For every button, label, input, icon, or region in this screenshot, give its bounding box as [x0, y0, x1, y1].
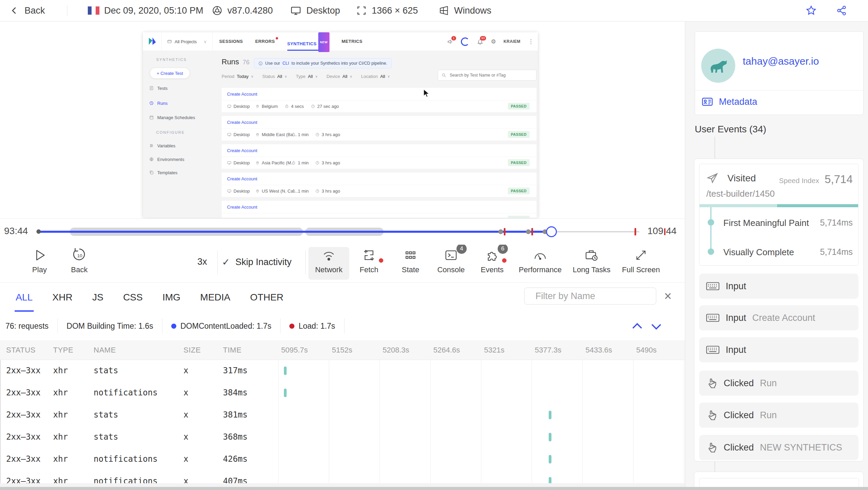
skip-inactivity-toggle[interactable]: ✓ Skip Inactivity [222, 257, 292, 268]
tab-sessions[interactable]: SESSIONS [219, 32, 243, 50]
horizontal-scrollbar-track[interactable] [0, 483, 685, 487]
create-test-button[interactable]: + Create Test [150, 68, 190, 79]
filter-device[interactable]: DeviceAll∨ [326, 74, 352, 79]
tab-img[interactable]: IMG [162, 283, 180, 312]
run-location: Middle East (Ba... [255, 129, 297, 141]
close-panel-button[interactable]: × [660, 289, 675, 304]
sidebar-item-manage-schedules[interactable]: Manage Schedules [149, 114, 195, 121]
announcements-button[interactable]: 1 [447, 38, 453, 45]
filter-by-name-box[interactable] [524, 288, 656, 305]
app-top-nav: All Projects ∨ SESSIONS ERRORS SYNTHETIC… [143, 32, 538, 51]
run-test-link[interactable]: Create Account [222, 88, 536, 100]
console-panel-button[interactable]: 4 Console [431, 247, 471, 274]
col-type[interactable]: TYPE [53, 340, 73, 360]
session-info-sidebar: tahay@asayer.io Metadata User Events (34… [685, 21, 868, 490]
share-button[interactable] [836, 0, 848, 21]
favorite-button[interactable] [805, 0, 817, 21]
run-details-row[interactable]: PASSED [222, 213, 536, 218]
timeline-handle[interactable] [546, 226, 557, 237]
visited-event-card[interactable]: Visited Speed Index 5,714 /test-builder/… [699, 164, 858, 266]
long-tasks-panel-button[interactable]: Long Tasks [568, 247, 615, 274]
svg-text:10: 10 [77, 253, 82, 258]
metadata-button[interactable]: Metadata [701, 96, 757, 108]
run-details-row[interactable]: Desktop Middle East (Ba... 1 min 3 hrs a… [222, 129, 536, 141]
filter-type[interactable]: TypeAll∨ [296, 74, 318, 79]
fetch-panel-button[interactable]: Fetch [349, 247, 389, 274]
jump-next-button[interactable] [649, 321, 664, 332]
project-selector[interactable]: All Projects ∨ [161, 32, 213, 51]
col-time[interactable]: TIME [223, 340, 242, 360]
tab-synthetics[interactable]: SYNTHETICSNEW [287, 32, 329, 51]
notifications-button[interactable]: 93 [477, 38, 483, 45]
timeline-track[interactable] [0, 219, 685, 245]
filter-by-name-input[interactable] [535, 291, 657, 302]
tab-errors[interactable]: ERRORS [255, 32, 275, 50]
back-10s-button[interactable]: 10 Back [59, 247, 100, 274]
request-row[interactable]: 2xx–3xxxhrnotificationsx407ms [0, 470, 685, 483]
tab-metrics[interactable]: METRICS [342, 32, 363, 50]
user-events-title: User Events (34) [695, 124, 766, 135]
run-test-link[interactable]: Create Account [222, 201, 536, 213]
network-panel-button[interactable]: Network [308, 247, 349, 280]
status-badge: PASSED [508, 103, 530, 110]
col-size[interactable]: SIZE [183, 340, 201, 360]
metric-label: Visually Complete [723, 247, 794, 258]
run-details-row[interactable]: Desktop Asia Pacific (M... 1 min 3 hrs a… [222, 157, 536, 169]
cli-link[interactable]: CLI [283, 61, 289, 66]
tab-js[interactable]: JS [92, 283, 103, 312]
run-test-link[interactable]: Create Account [222, 116, 536, 129]
full-screen-button[interactable]: Full Screen [617, 247, 665, 274]
request-row[interactable]: 2xx–3xxxhrnotificationsx384ms [0, 382, 685, 404]
run-test-link[interactable]: Create Account [222, 173, 536, 185]
request-row[interactable]: 2xx–3xxxhrstatsx381ms [0, 404, 685, 426]
performance-label: Performance [516, 265, 564, 274]
test-search-input[interactable] [449, 72, 533, 78]
event-input[interactable]: Input [699, 337, 858, 362]
event-clicked[interactable]: ClickedRun [699, 403, 858, 428]
status-badge: PASSED [508, 131, 530, 138]
tab-other[interactable]: OTHER [250, 283, 284, 312]
sidebar-item-templates[interactable]: Templates [149, 169, 177, 176]
kebab-menu-icon[interactable]: ⋮ [528, 38, 534, 45]
filter-location[interactable]: LocationAll∨ [361, 74, 390, 79]
event-clicked[interactable]: ClickedNEW SYNTHETICS [699, 435, 858, 460]
col-status[interactable]: STATUS [6, 340, 36, 360]
run-details-row[interactable]: Desktop US West (N. Cal... 1 min 3 hrs a… [222, 185, 536, 197]
player-timeline[interactable]: 93:44 109:44 [0, 218, 685, 245]
skip-inactivity-label: Skip Inactivity [235, 257, 291, 267]
sidebar-item-runs[interactable]: Runs [149, 99, 167, 107]
sidebar-item-tests[interactable]: Tests [149, 84, 167, 92]
speed-button[interactable]: 3x [182, 257, 223, 267]
event-input[interactable]: InputCreate Account [699, 305, 858, 330]
timeline-error-marker [634, 228, 636, 235]
events-panel-button[interactable]: 6 Events [472, 247, 513, 274]
jump-previous-button[interactable] [630, 321, 645, 332]
run-time-ago: 27 sec ago [311, 100, 339, 112]
gear-icon[interactable]: ⚙ [491, 38, 496, 45]
user-menu[interactable]: KRAIEM [503, 39, 520, 44]
play-button[interactable]: Play [19, 247, 60, 274]
request-row[interactable]: 2xx–3xxxhrnotificationsx426ms [0, 448, 685, 470]
back-button[interactable]: Back [10, 0, 45, 21]
state-panel-button[interactable]: State [390, 247, 431, 274]
col-name[interactable]: NAME [94, 340, 116, 360]
tab-all[interactable]: ALL [16, 283, 33, 312]
performance-panel-button[interactable]: Performance [516, 247, 564, 274]
tab-media[interactable]: MEDIA [200, 283, 230, 312]
tab-xhr[interactable]: XHR [52, 283, 73, 312]
request-row[interactable]: 2xx–3xxxhrstatsx368ms [0, 426, 685, 448]
run-test-link[interactable]: Create Account [222, 144, 536, 157]
filter-status[interactable]: StatusAll∨ [262, 74, 287, 79]
test-search-box[interactable] [438, 70, 536, 81]
sidebar-item-variables[interactable]: Variables [149, 142, 175, 149]
filter-period[interactable]: PeriodToday∨ [222, 74, 254, 79]
run-details-row[interactable]: Desktop Belgium 4 secs 27 sec ago PASSED [222, 100, 536, 112]
event-input[interactable]: Input [699, 274, 858, 299]
event-clicked[interactable]: ClickedRun [699, 371, 858, 396]
request-row[interactable]: 2xx–3xxxhrstatsx317ms [0, 360, 685, 382]
tab-css[interactable]: CSS [123, 283, 143, 312]
timeline-error-marker [664, 228, 665, 235]
user-email-link[interactable]: tahay@asayer.io [743, 55, 819, 67]
horizontal-scrollbar-thumb[interactable] [0, 487, 868, 490]
sidebar-item-environments[interactable]: Environments [149, 156, 184, 163]
